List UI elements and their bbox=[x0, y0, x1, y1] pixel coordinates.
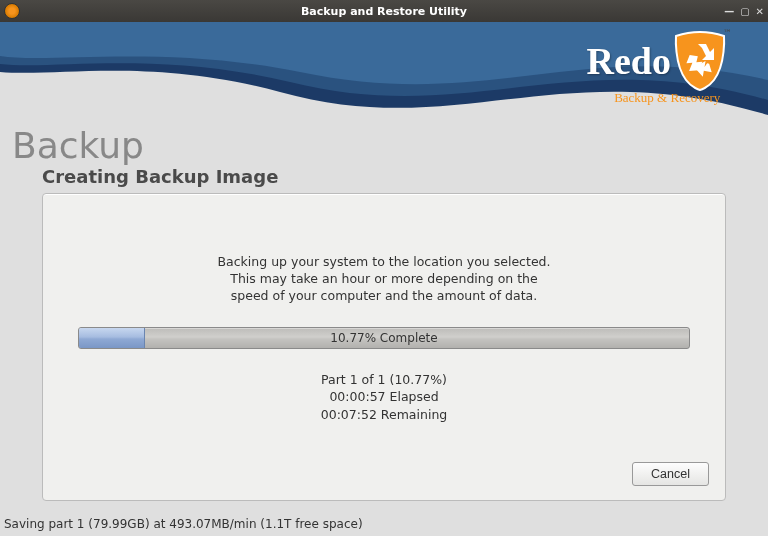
progress-label: 10.77% Complete bbox=[79, 328, 689, 348]
cancel-button[interactable]: Cancel bbox=[632, 462, 709, 486]
page-subheading: Creating Backup Image bbox=[42, 166, 756, 187]
msg-line: This may take an hour or more depending … bbox=[230, 271, 537, 286]
remaining-line: 00:07:52 Remaining bbox=[321, 407, 448, 422]
logo: Redo Backup & Recovery bbox=[586, 30, 728, 106]
close-icon[interactable]: ✕ bbox=[756, 6, 764, 17]
logo-tagline: Backup & Recovery bbox=[586, 90, 728, 106]
logo-wordmark: Redo bbox=[586, 39, 670, 83]
elapsed-line: 00:00:57 Elapsed bbox=[329, 389, 438, 404]
status-bar: Saving part 1 (79.99GB) at 493.07MB/min … bbox=[0, 515, 768, 536]
info-message: Backing up your system to the location y… bbox=[78, 254, 690, 305]
minimize-icon[interactable]: — bbox=[724, 6, 734, 17]
main-content: Backup Creating Backup Image Backing up … bbox=[0, 115, 768, 515]
window-titlebar: Backup and Restore Utility — ▢ ✕ bbox=[0, 0, 768, 22]
app-icon bbox=[4, 3, 20, 19]
msg-line: speed of your computer and the amount of… bbox=[231, 288, 537, 303]
status-text: Saving part 1 (79.99GB) at 493.07MB/min … bbox=[4, 517, 363, 531]
maximize-icon[interactable]: ▢ bbox=[740, 6, 749, 17]
page-heading: Backup bbox=[12, 125, 756, 166]
progress-stats: Part 1 of 1 (10.77%) 00:00:57 Elapsed 00… bbox=[78, 371, 690, 424]
part-line: Part 1 of 1 (10.77%) bbox=[321, 372, 447, 387]
header-banner: ™ Redo Backup & Recovery bbox=[0, 22, 768, 115]
window-title: Backup and Restore Utility bbox=[0, 5, 768, 18]
recycle-shield-icon bbox=[672, 30, 728, 92]
progress-panel: Backing up your system to the location y… bbox=[42, 193, 726, 501]
progress-bar: 10.77% Complete bbox=[78, 327, 690, 349]
trademark-icon: ™ bbox=[723, 28, 732, 38]
msg-line: Backing up your system to the location y… bbox=[218, 254, 551, 269]
